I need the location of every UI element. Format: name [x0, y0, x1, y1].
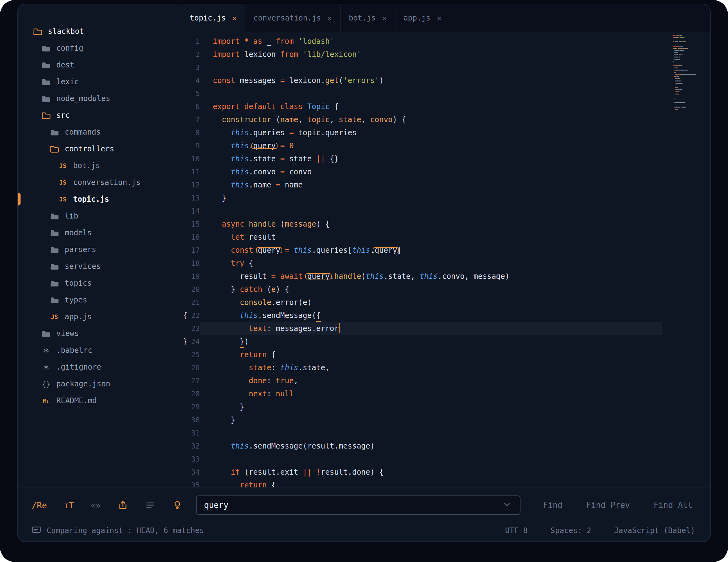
- minimap[interactable]: [673, 34, 704, 110]
- code-line[interactable]: 2import lexicon from 'lib/lexicon': [182, 48, 710, 61]
- sidebar-item-commands[interactable]: commands: [18, 124, 182, 141]
- code-text[interactable]: import lexicon from 'lib/lexicon': [200, 48, 710, 61]
- code-line[interactable]: }24 }): [182, 335, 710, 348]
- wrap-icon[interactable]: [118, 500, 128, 510]
- whole-word-icon[interactable]: «»: [91, 500, 101, 510]
- code-line[interactable]: 35 return {: [182, 479, 710, 487]
- chevron-down-icon[interactable]: [502, 499, 512, 511]
- code-line[interactable]: 32 this.sendMessage(result.message): [182, 439, 710, 453]
- regex-icon[interactable]: /Re: [32, 500, 47, 510]
- code-text[interactable]: const messages = lexicon.get('errors'): [200, 74, 710, 87]
- code-line[interactable]: 11 this.convo = convo: [182, 165, 710, 179]
- code-line[interactable]: 28 next: null: [182, 387, 710, 400]
- sidebar-item-lib[interactable]: lib: [18, 208, 182, 225]
- code-text[interactable]: this.sendMessage(result.message): [200, 439, 710, 453]
- code-line[interactable]: 1import * as _ from 'lodash': [182, 35, 710, 48]
- sidebar-item-models[interactable]: models: [18, 225, 182, 241]
- code-text[interactable]: [200, 61, 710, 74]
- sidebar-item--gitignore[interactable]: *.gitignore: [18, 359, 182, 375]
- sidebar-item-controllers[interactable]: controllers: [18, 141, 182, 157]
- in-selection-icon[interactable]: [145, 500, 156, 510]
- code-line[interactable]: 29 }: [182, 400, 710, 413]
- sidebar-item-parsers[interactable]: parsers: [18, 241, 182, 258]
- close-icon[interactable]: ×: [232, 13, 237, 23]
- code-text[interactable]: done: true,: [200, 374, 710, 387]
- code-line[interactable]: 19 result = await query.handle(this.stat…: [182, 270, 710, 283]
- code-line[interactable]: 8 this.queries = topic.queries: [182, 126, 710, 139]
- sidebar-item-package-json[interactable]: {}package.json: [18, 375, 182, 392]
- sidebar-item-app-js[interactable]: JSapp.js: [18, 308, 182, 325]
- code-text[interactable]: export default class Topic {: [200, 100, 710, 113]
- code-line[interactable]: 16 let result: [182, 231, 710, 244]
- sidebar-item-services[interactable]: services: [18, 258, 182, 275]
- tab-bot-js[interactable]: bot.js×: [341, 4, 395, 32]
- code-text[interactable]: this.convo = convo: [200, 165, 710, 179]
- code-line[interactable]: 26 state: this.state,: [182, 361, 710, 374]
- find-button[interactable]: Find: [543, 500, 562, 510]
- code-text[interactable]: constructor (name, topic, state, convo) …: [200, 113, 710, 126]
- code-text[interactable]: state: this.state,: [200, 361, 710, 374]
- sidebar-item-readme-md[interactable]: M↓README.md: [18, 392, 182, 409]
- search-input[interactable]: query: [196, 495, 520, 515]
- sidebar-item-types[interactable]: types: [18, 291, 182, 308]
- sidebar-item-config[interactable]: config: [18, 40, 182, 57]
- code-line[interactable]: 10 this.state = state || {}: [182, 152, 710, 165]
- tab-app-js[interactable]: app.js×: [395, 4, 450, 32]
- tab-conversation-js[interactable]: conversation.js×: [245, 4, 341, 32]
- code-text[interactable]: this.query = 0: [200, 139, 710, 152]
- code-line[interactable]: 23 text: messages.error: [182, 322, 710, 335]
- sidebar-item-lexic[interactable]: lexic: [18, 73, 182, 90]
- code-text[interactable]: [200, 453, 710, 466]
- code-text[interactable]: if (result.exit || !result.done) {: [200, 466, 710, 479]
- code-line[interactable]: 6export default class Topic {: [182, 100, 710, 113]
- code-text[interactable]: result = await query.handle(this.state, …: [200, 270, 710, 283]
- sidebar-item-views[interactable]: views: [18, 325, 182, 342]
- tab-topic-js[interactable]: topic.js×: [182, 4, 245, 32]
- code-text[interactable]: }: [200, 413, 710, 426]
- close-icon[interactable]: ×: [327, 13, 332, 23]
- close-icon[interactable]: ×: [437, 13, 442, 23]
- code-line[interactable]: 5: [182, 87, 710, 100]
- code-line[interactable]: 13 }: [182, 192, 710, 205]
- code-text[interactable]: this.state = state || {}: [200, 152, 710, 165]
- code-line[interactable]: 30 }: [182, 413, 710, 426]
- highlight-matches-icon[interactable]: [172, 499, 182, 511]
- code-line[interactable]: 27 done: true,: [182, 374, 710, 387]
- code-text[interactable]: } catch (e) {: [200, 283, 710, 296]
- code-line[interactable]: 34 if (result.exit || !result.done) {: [182, 466, 710, 479]
- code-text[interactable]: [200, 205, 710, 218]
- code-line[interactable]: {22 this.sendMessage({: [182, 309, 710, 322]
- code-line[interactable]: 33: [182, 453, 710, 466]
- code-text[interactable]: }: [200, 400, 710, 413]
- indentation-status[interactable]: Spaces: 2: [551, 526, 591, 535]
- code-text[interactable]: [200, 426, 710, 439]
- code-text[interactable]: import * as _ from 'lodash': [200, 35, 710, 48]
- code-line[interactable]: 21 console.error(e): [182, 296, 710, 309]
- code-text[interactable]: let result: [200, 231, 710, 244]
- code-line[interactable]: 3: [182, 61, 710, 74]
- code-text[interactable]: const query = this.queries[this.query]: [200, 244, 710, 257]
- code-text[interactable]: console.error(e): [200, 296, 710, 309]
- code-line[interactable]: 14: [182, 205, 710, 218]
- code-line[interactable]: 18 try {: [182, 257, 710, 270]
- code-line[interactable]: 17 const query = this.queries[this.query…: [182, 244, 710, 257]
- code-text[interactable]: return {: [200, 479, 710, 487]
- code-line[interactable]: 31: [182, 426, 710, 439]
- code-text[interactable]: this.name = name: [200, 179, 710, 192]
- find-prev-button[interactable]: Find Prev: [586, 500, 630, 510]
- code-line[interactable]: 20 } catch (e) {: [182, 283, 710, 296]
- code-line[interactable]: 15 async handle (message) {: [182, 218, 710, 231]
- code-text[interactable]: return {: [200, 348, 710, 361]
- code-line[interactable]: 25 return {: [182, 348, 710, 361]
- code-text[interactable]: next: null: [200, 387, 710, 400]
- sidebar-item-dest[interactable]: dest: [18, 57, 182, 73]
- sidebar-item-slackbot[interactable]: slackbot: [18, 23, 182, 40]
- close-icon[interactable]: ×: [382, 13, 387, 23]
- code-text[interactable]: this.queries = topic.queries: [200, 126, 710, 139]
- code-text[interactable]: }): [200, 335, 710, 348]
- current-code-line[interactable]: text: messages.error: [200, 322, 710, 335]
- match-case-icon[interactable]: тT: [64, 500, 74, 510]
- code-editor[interactable]: 1import * as _ from 'lodash'2import lexi…: [182, 32, 710, 487]
- code-text[interactable]: }: [200, 192, 710, 205]
- sidebar-item-src[interactable]: src: [18, 107, 182, 124]
